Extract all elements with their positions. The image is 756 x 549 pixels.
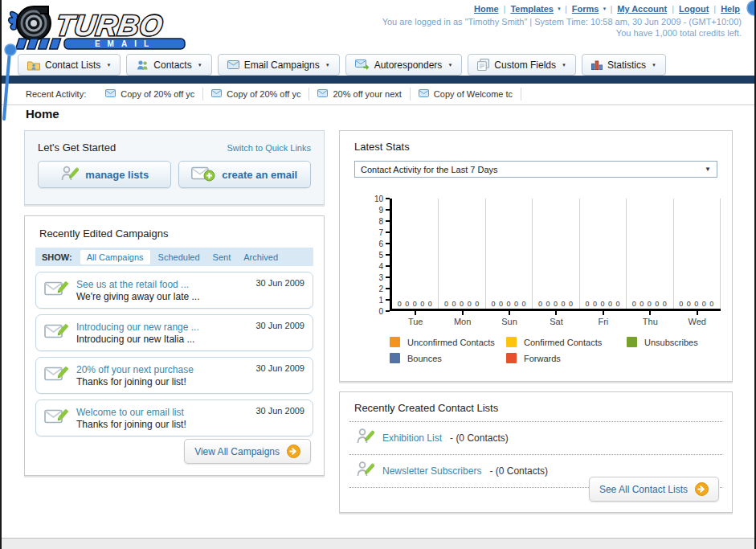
credits-remaining: You have 1,000 total credits left.: [382, 28, 742, 38]
recent-activity-link: 20% off your next: [333, 89, 401, 99]
nav-separator: |: [610, 4, 612, 14]
chevron-down-icon: ▼: [602, 6, 607, 11]
contact-lists-panel: Recently Created Contact Lists Exhibitio…: [339, 391, 733, 513]
legend-label: Confirmed Contacts: [524, 338, 602, 347]
campaign-title-link[interactable]: 20% off your next purchase: [76, 364, 194, 375]
y-axis-label: 6: [358, 240, 383, 248]
campaign-edit-icon: [44, 364, 68, 387]
campaign-title-link[interactable]: Welcome to our email list: [76, 407, 184, 418]
filter-all-campaigns[interactable]: All Campaigns: [80, 250, 150, 264]
x-axis-tick: [649, 311, 651, 315]
campaign-date: 30 Jun 2009: [255, 363, 304, 373]
recent-activity-item[interactable]: 20% off your next: [309, 88, 410, 100]
turbo-email-logo: EMAIL TURBO: [6, 3, 207, 53]
x-axis-tick: [509, 311, 510, 315]
zero-value-labels: 0 0 0 0 0: [486, 300, 532, 308]
chart-day-group: 0 0 0 0 0: [674, 199, 721, 309]
day-label-text: Fri: [580, 317, 627, 326]
campaign-subtitle: Introducing our new Italia ...: [76, 334, 247, 346]
chart-day-group: 0 0 0 0 0: [533, 199, 579, 309]
contact-list-link[interactable]: Newsletter Subscribers: [382, 465, 481, 477]
x-axis-tick: [697, 311, 698, 315]
day-label-text: Tue: [392, 317, 439, 326]
create-email-icon: [191, 166, 215, 184]
campaigns-panel: Recently Edited Campaigns SHOW: All Camp…: [24, 215, 325, 476]
x-axis-label: Sun: [486, 311, 533, 326]
campaign-subtitle: We're giving away our late ...: [76, 291, 247, 303]
day-label-text: Wed: [674, 317, 721, 326]
y-axis-tick: [386, 265, 390, 267]
tab-contacts[interactable]: Contacts▼: [126, 54, 211, 76]
get-started-title: Let's Get Started: [38, 141, 116, 154]
y-axis-label: 3: [358, 273, 383, 282]
nav-separator: |: [504, 4, 506, 14]
envelope-icon: [317, 89, 328, 99]
zero-value-labels: 0 0 0 0 0: [580, 300, 626, 308]
chart-day-group: 0 0 0 0 0: [486, 199, 533, 309]
nav-separator: |: [713, 4, 716, 14]
nav-separator: |: [565, 4, 567, 14]
tab-contact-lists[interactable]: Contact Lists▼: [18, 54, 121, 76]
y-axis-tick: [386, 277, 390, 278]
chart-day-group: 0 0 0 0 0: [580, 199, 627, 309]
contacts-icon: [136, 59, 149, 71]
x-axis-label: Thu: [627, 311, 673, 326]
chart-x-axis-labels: TueMonSunSatFriThuWed: [392, 311, 721, 326]
recent-activity-bar: Recent Activity: Copy of 20% off ycCopy …: [2, 84, 754, 105]
orange-arrow-icon: [695, 482, 709, 496]
y-axis-tick: [386, 288, 390, 289]
y-axis-tick: [386, 220, 390, 222]
filter-archived[interactable]: Archived: [243, 252, 278, 262]
campaign-row[interactable]: 20% off your next purchaseThanks for joi…: [35, 357, 313, 394]
tab-custom-fields[interactable]: Custom Fields▼: [468, 54, 576, 76]
filter-scheduled[interactable]: Scheduled: [158, 252, 200, 262]
tab-statistics[interactable]: Statistics▼: [582, 54, 666, 76]
nav-link-my-account[interactable]: My Account: [617, 4, 667, 14]
see-all-contact-lists-label: See All Contact Lists: [599, 484, 688, 495]
manage-lists-button[interactable]: manage lists: [38, 161, 171, 188]
turbo-email-logo-graphic: EMAIL TURBO: [6, 3, 207, 53]
nav-link-home[interactable]: Home: [474, 4, 499, 14]
filter-sent[interactable]: Sent: [213, 252, 231, 262]
chart-day-group: 0 0 0 0 0: [627, 199, 673, 309]
chevron-down-icon: ▼: [562, 63, 566, 68]
recent-activity-link: Copy of 20% off yc: [121, 89, 194, 99]
recent-activity-item[interactable]: Copy of 20% off yc: [203, 88, 309, 100]
campaign-row[interactable]: Introducing our new range ...Introducing…: [35, 314, 313, 351]
y-axis-label: 5: [358, 251, 383, 260]
campaign-row[interactable]: See us at the retail food ...We're givin…: [35, 272, 313, 309]
campaign-date: 30 Jun 2009: [255, 278, 304, 288]
contact-list-link[interactable]: Exhibition List: [382, 432, 442, 444]
view-all-campaigns-label: View All Campaigns: [194, 446, 280, 457]
view-all-campaigns-button[interactable]: View All Campaigns: [184, 439, 311, 464]
show-label: SHOW:: [42, 252, 72, 262]
campaign-text: See us at the retail food ...We're givin…: [76, 277, 247, 303]
create-an-email-button[interactable]: create an email: [178, 161, 312, 188]
main-nav-tabs: Contact Lists▼Contacts▼Email Campaigns▼A…: [18, 54, 666, 76]
nav-link-logout[interactable]: Logout: [679, 4, 709, 14]
nav-link-help[interactable]: Help: [721, 4, 740, 14]
campaign-title-link[interactable]: Introducing our new range ...: [76, 322, 199, 333]
zero-value-labels: 0 0 0 0 0: [392, 300, 438, 308]
get-started-panel: Let's Get Started Switch to Quick Links …: [24, 130, 325, 205]
switch-quick-links-link[interactable]: Switch to Quick Links: [227, 143, 311, 153]
login-status: You are logged in as "Timothy Smith" | S…: [382, 17, 742, 27]
legend-item-unsubscribes: Unsubscribes: [627, 337, 747, 347]
recent-activity-item[interactable]: Copy of 20% off yc: [97, 88, 203, 100]
campaign-title-link[interactable]: See us at the retail food ...: [76, 279, 189, 290]
contact-list-row[interactable]: Exhibition List- (0 Contacts): [349, 421, 722, 454]
tab-email-campaigns[interactable]: Email Campaigns▼: [218, 54, 340, 76]
campaign-row[interactable]: Welcome to our email listThanks for join…: [35, 399, 313, 436]
y-axis-label: 4: [358, 262, 383, 271]
see-all-contact-lists-button[interactable]: See All Contact Lists: [589, 477, 719, 502]
chevron-down-icon: ▼: [705, 166, 711, 173]
tab-autoresponders[interactable]: Autoresponders▼: [345, 54, 463, 76]
legend-swatch: [390, 337, 400, 347]
x-axis-tick: [462, 311, 464, 315]
stats-report-dropdown[interactable]: Contact Activity for the Last 7 Days ▼: [354, 161, 717, 178]
recent-activity-item[interactable]: Copy of Welcome tc: [411, 88, 521, 100]
legend-item-forwards: Forwards: [506, 353, 627, 363]
nav-link-forms[interactable]: Forms: [572, 4, 599, 14]
nav-link-templates[interactable]: Templates: [510, 4, 554, 14]
page-title: Home: [26, 107, 59, 121]
